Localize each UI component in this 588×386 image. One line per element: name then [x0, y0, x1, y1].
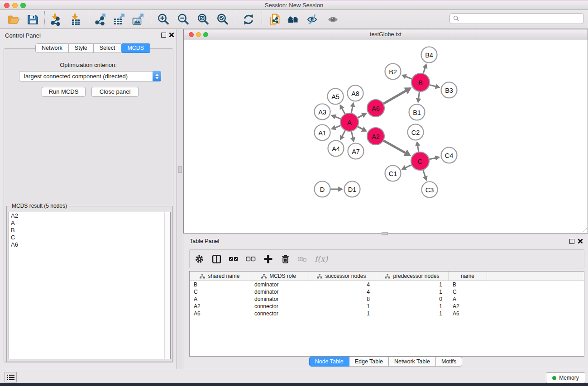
export-table-icon[interactable] — [112, 13, 126, 26]
graph-node-A4[interactable]: A4 — [328, 141, 344, 157]
column-header-predecessor-nodes[interactable]: predecessor nodes — [376, 272, 449, 281]
graph-node-A6[interactable]: A6 — [367, 100, 384, 117]
graph-edge-A-A6[interactable] — [358, 113, 367, 118]
graph-edge-A-A1[interactable] — [331, 125, 341, 130]
graph-node-A5[interactable]: A5 — [328, 89, 344, 105]
zoom-view-button[interactable] — [203, 32, 208, 37]
graph-node-D[interactable]: D — [315, 181, 330, 197]
graph-node-A8[interactable]: A8 — [348, 86, 363, 101]
select-all-rows-icon[interactable] — [229, 254, 239, 264]
tab-network-table[interactable]: Network Table — [389, 357, 436, 367]
graph-edge-A-A2[interactable] — [358, 127, 367, 132]
graph-edge-B-B1[interactable] — [416, 91, 421, 103]
graph-node-C1[interactable]: C1 — [385, 166, 401, 181]
graph-node-A[interactable]: A — [340, 113, 359, 131]
graph-edge-C-C4[interactable] — [429, 155, 440, 160]
delete-rows-icon[interactable] — [280, 254, 290, 264]
tab-network[interactable]: Network — [35, 43, 69, 53]
zoom-selected-icon[interactable] — [216, 13, 229, 26]
column-header-successor-nodes[interactable]: successor nodes — [307, 272, 376, 281]
close-panel-icon[interactable] — [169, 32, 174, 38]
table-row[interactable]: Adominator80A — [190, 295, 584, 303]
graph-node-C2[interactable]: C2 — [408, 124, 424, 140]
graph-edge-B-B4[interactable] — [422, 63, 427, 73]
save-session-icon[interactable] — [26, 13, 39, 26]
task-history-button[interactable] — [5, 372, 17, 382]
apply-layout-icon[interactable] — [242, 13, 255, 26]
import-network-icon[interactable] — [49, 13, 62, 26]
resize-handle-icon[interactable] — [582, 228, 587, 233]
graph-edge-A-A4[interactable] — [340, 130, 345, 140]
graph-node-B1[interactable]: B1 — [409, 105, 425, 120]
tab-mcds[interactable]: MCDS — [121, 43, 150, 53]
network-window-titlebar[interactable]: testGlobe.txt — [184, 29, 588, 40]
import-table-icon[interactable] — [69, 13, 82, 26]
graph-node-B2[interactable]: B2 — [385, 64, 401, 80]
graph-edge-B-B2[interactable] — [402, 74, 412, 79]
run-mcds-button[interactable]: Run MCDS — [42, 87, 86, 97]
tab-select[interactable]: Select — [94, 43, 122, 53]
tab-motifs[interactable]: Motifs — [436, 357, 462, 367]
table-row[interactable]: A2connector11A2 — [190, 303, 584, 310]
show-all-icon[interactable] — [326, 13, 340, 26]
apply-function-icon[interactable]: f(x) — [315, 254, 328, 263]
graph-node-B3[interactable]: B3 — [441, 82, 457, 98]
column-header-name[interactable]: name — [449, 272, 487, 281]
column-header-shared-name[interactable]: shared name — [190, 272, 250, 281]
graph-node-A1[interactable]: A1 — [315, 125, 330, 141]
graph-node-B[interactable]: B — [411, 73, 430, 91]
graph-edge-A-A5[interactable] — [340, 105, 345, 114]
mcds-result-list[interactable]: A2ABCA6 — [9, 212, 171, 359]
graph-node-D1[interactable]: D1 — [344, 181, 360, 197]
close-window-button[interactable] — [4, 3, 10, 8]
graph-edge-A2-C[interactable] — [383, 141, 411, 156]
table-row[interactable]: A6connector11A6 — [190, 310, 584, 317]
close-panel-button[interactable]: Close panel — [91, 87, 139, 97]
close-view-button[interactable] — [189, 32, 194, 37]
dropdown-stepper-icon[interactable] — [153, 71, 161, 81]
graph-node-C3[interactable]: C3 — [422, 182, 438, 198]
search-input[interactable] — [462, 15, 583, 22]
zoom-window-button[interactable] — [20, 3, 26, 8]
minimize-view-button[interactable] — [196, 32, 201, 37]
add-row-icon[interactable] — [263, 254, 273, 264]
zoom-out-icon[interactable] — [177, 13, 190, 26]
criterion-dropdown[interactable]: largest connected component (directed) — [19, 71, 161, 81]
fit-content-icon[interactable] — [196, 13, 210, 26]
table-row[interactable]: Cdominator41C — [190, 288, 584, 295]
open-session-icon[interactable] — [7, 13, 20, 26]
zoom-in-icon[interactable] — [157, 13, 170, 26]
float-table-panel-icon[interactable] — [569, 239, 574, 244]
graph-edge-A-A3[interactable] — [331, 114, 341, 119]
graph-edge-C-C3[interactable] — [423, 170, 428, 181]
graph-node-B4[interactable]: B4 — [421, 47, 437, 63]
graph-node-A2[interactable]: A2 — [367, 128, 384, 145]
memory-button[interactable]: Memory — [546, 372, 585, 383]
network-canvas[interactable]: B4B2BB3A8A5A6A3B1AA1C2A2A4A7C4CC1C3DD1 — [184, 40, 588, 233]
scrollbar[interactable] — [164, 212, 170, 359]
graph-edge-D-D1[interactable] — [330, 186, 343, 192]
export-network-icon[interactable] — [93, 13, 107, 26]
hide-selected-icon[interactable] — [306, 13, 320, 26]
close-table-panel-icon[interactable] — [578, 238, 583, 244]
table-options-icon[interactable] — [194, 254, 204, 264]
graph-edge-B-B3[interactable] — [430, 84, 440, 89]
graph-node-C[interactable]: C — [411, 152, 429, 170]
new-network-from-selection-icon[interactable] — [268, 13, 282, 26]
graph-node-A7[interactable]: A7 — [348, 143, 364, 159]
mcds-result-item[interactable]: B — [9, 227, 170, 234]
show-columns-icon[interactable] — [211, 254, 221, 264]
graph-node-A3[interactable]: A3 — [315, 104, 330, 120]
tab-style[interactable]: Style — [69, 43, 94, 53]
float-panel-icon[interactable] — [161, 33, 166, 38]
table-row[interactable]: Bdominator41B — [190, 281, 584, 288]
graph-edge-A-A8[interactable] — [350, 102, 355, 113]
first-neighbors-icon[interactable] — [287, 13, 300, 26]
vertical-splitter-handle[interactable] — [178, 166, 182, 173]
graph-edge-C-C2[interactable] — [415, 141, 420, 152]
tab-node-table[interactable]: Node Table — [309, 357, 349, 367]
delete-table-icon[interactable] — [297, 254, 307, 264]
column-header-MCDS-role[interactable]: MCDS role — [250, 272, 307, 281]
graph-edge-A-A7[interactable] — [350, 131, 355, 142]
mcds-result-item[interactable]: A — [9, 219, 170, 227]
